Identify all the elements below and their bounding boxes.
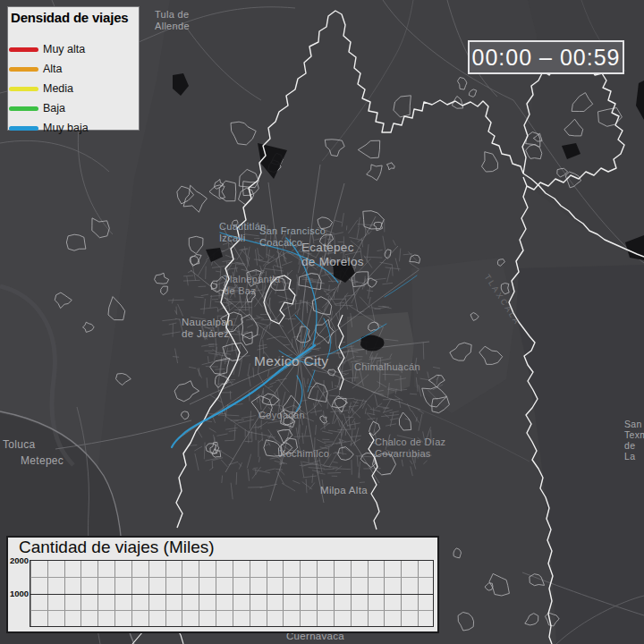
chart-title: Cantidad de viajes (Miles) bbox=[19, 538, 215, 557]
legend-item-label: Media bbox=[43, 82, 73, 95]
muy-baja-line-swatch bbox=[9, 126, 38, 131]
map-label-metepec: Metepec bbox=[21, 455, 64, 468]
map-label-coyoacan: Coyoacán bbox=[258, 410, 305, 421]
map-label-milpa-alta: Milpa Alta bbox=[320, 485, 368, 496]
map-label-xochimilco: Xochimilco bbox=[279, 448, 329, 460]
trip-density-map-app: Tula de Allende Cuautitlán Izcalli San F… bbox=[0, 0, 644, 644]
trips-chart-panel: Cantidad de viajes (Miles) 2000 1000 bbox=[6, 536, 439, 633]
y-tick-2000: 2000 bbox=[10, 555, 29, 565]
time-range-display: 00:00 – 00:59 bbox=[468, 40, 624, 74]
muy-alta-line-swatch bbox=[9, 47, 38, 52]
map-label-naucalpan-de-juarez: Naucalpan de Juárez bbox=[182, 317, 233, 340]
legend-item-label: Alta bbox=[43, 63, 63, 75]
legend-item-label: Muy alta bbox=[43, 43, 85, 55]
gridline-1000 bbox=[30, 594, 433, 595]
map-label-mexico-city: Mexico City bbox=[254, 353, 328, 369]
density-legend: Densidad de viajes Muy alta Alta Media B… bbox=[7, 6, 140, 131]
map-label-tlalnepantla-de-baz: Tlalnepantla de Baz bbox=[224, 274, 281, 296]
legend-item-label: Muy baja bbox=[43, 122, 89, 134]
map-label-chimalhuacan: Chimalhuacán bbox=[354, 361, 420, 373]
gridline-500 bbox=[30, 610, 433, 611]
map-label-toluca: Toluca bbox=[3, 439, 36, 452]
map-label-chalco-de-diaz-covarrubias: Chalco de Díaz Covarrubias bbox=[375, 436, 445, 459]
legend-item-baja: Baja bbox=[8, 106, 139, 113]
legend-title: Densidad de viajes bbox=[8, 7, 139, 27]
chart-plot-area bbox=[30, 560, 434, 627]
baja-line-swatch bbox=[9, 106, 38, 111]
legend-item-label: Baja bbox=[43, 102, 65, 114]
time-range-value: 00:00 – 00:59 bbox=[472, 45, 621, 71]
legend-item-muy-baja: Muy baja bbox=[8, 125, 139, 132]
gridline-1500 bbox=[30, 577, 433, 578]
alta-line-swatch bbox=[9, 67, 38, 72]
y-tick-1000: 1000 bbox=[10, 589, 29, 598]
map-label-tula-de-allende: Tula de Allende bbox=[155, 9, 190, 31]
media-line-swatch bbox=[9, 87, 38, 91]
map-label-ecatepec-de-morelos: Ecatepec de Morelos bbox=[301, 241, 364, 268]
map-label-san-texmelucan: San Texm de La bbox=[624, 419, 644, 462]
legend-item-alta: Alta bbox=[8, 66, 139, 73]
legend-item-media: Media bbox=[8, 86, 139, 93]
legend-item-muy-alta: Muy alta bbox=[8, 47, 139, 54]
